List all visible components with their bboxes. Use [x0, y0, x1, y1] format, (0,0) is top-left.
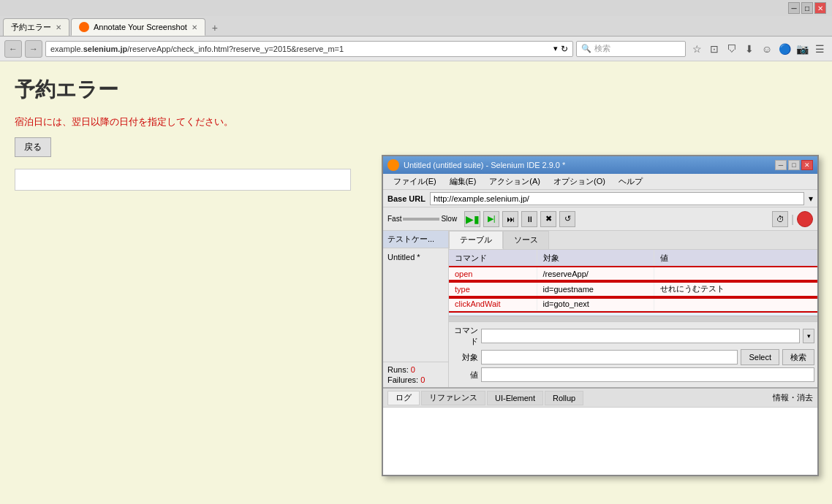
editor-command-dropdown[interactable]: ▾	[803, 329, 814, 343]
screenshot-icon[interactable]: 📷	[794, 41, 810, 57]
bookmark-icon[interactable]: ☆	[689, 41, 705, 57]
ide-stats: Runs: 0 Failures: 0	[383, 362, 448, 387]
base-url-dropdown-icon[interactable]: ▾	[809, 194, 813, 204]
table-row[interactable]: typeid=guestnameせれにうむテスト	[449, 281, 817, 297]
browser-toolbar-icons: ☆ ⊡ ⛉ ⬇ ☺ 🔵 📷 ☰	[689, 41, 828, 57]
failures-value: 0	[420, 375, 425, 384]
target-cell-1: id=guestname	[537, 281, 654, 297]
col-target: 対象	[537, 250, 654, 267]
command-table: コマンド 対象 値 open/reserveApp/typeid=guestna…	[449, 250, 817, 316]
editor-target-input[interactable]	[481, 350, 738, 364]
editor-target-row: 対象 Select 検索	[452, 349, 814, 365]
editor-value-input[interactable]	[481, 367, 814, 382]
ide-logo-icon	[387, 159, 399, 171]
ide-toolbar: Fast Slow ▶▮ ▶| ⏭ ⏸ ✖ ↺ ⏱ |	[383, 207, 817, 231]
forward-nav-btn[interactable]: →	[25, 40, 42, 58]
editor-command-label: コマンド	[452, 325, 478, 347]
browser-window: ─ □ ✕ 予約エラー ✕ Annotate Your Screenshot ✕…	[0, 0, 832, 504]
browser-title-bar: ─ □ ✕	[0, 0, 832, 16]
editor-value-label: 値	[452, 370, 478, 381]
ide-maximize-btn[interactable]: □	[788, 160, 800, 170]
tab-1-close[interactable]: ✕	[56, 23, 61, 31]
menu-options[interactable]: オプション(O)	[548, 175, 611, 188]
failures-stat: Failures: 0	[387, 375, 444, 384]
bottom-tab-actions[interactable]: 情報・消去	[773, 392, 813, 403]
run-all-btn[interactable]: ▶▮	[464, 211, 480, 227]
url-dropdown-icon[interactable]: ▾	[553, 44, 558, 53]
menu-edit[interactable]: 編集(E)	[444, 175, 483, 188]
back-nav-btn[interactable]: ←	[4, 40, 22, 58]
runs-label: Runs:	[387, 365, 409, 374]
speed-control: Fast Slow	[387, 215, 457, 223]
tab-2[interactable]: Annotate Your Screenshot ✕	[71, 18, 205, 36]
clock-icon[interactable]: ⏱	[772, 211, 788, 227]
bottom-tab-rollup[interactable]: Rollup	[545, 391, 583, 405]
cmd-table-element: コマンド 対象 値 open/reserveApp/typeid=guestna…	[449, 250, 817, 316]
table-scroll-area[interactable]	[449, 316, 817, 321]
url-refresh-icon[interactable]: ↻	[561, 44, 568, 54]
ide-title-bar: Untitled (untitled suite) - Selenium IDE…	[383, 156, 817, 174]
editor-command-input[interactable]	[481, 329, 800, 343]
tab-source[interactable]: ソース	[503, 231, 549, 249]
stop-btn[interactable]: ✖	[540, 211, 556, 227]
tab-table[interactable]: テーブル	[449, 231, 503, 249]
bottom-log-content	[383, 408, 817, 475]
address-bar: ← → example.selenium.jp/reserveApp/check…	[0, 37, 832, 61]
rec-btn[interactable]	[797, 211, 813, 227]
download-icon[interactable]: ⬇	[741, 41, 757, 57]
value-cell-1: せれにうむテスト	[654, 281, 817, 297]
command-editor: コマンド ▾ 対象 Select 検索 値	[449, 321, 817, 387]
search-icon: 🔍	[581, 44, 591, 53]
col-command: コマンド	[449, 250, 537, 267]
bottom-panel: ログ リファレンス UI-Element Rollup 情報・消去	[383, 387, 817, 475]
step-btn[interactable]: ⏭	[502, 211, 518, 227]
testcase-panel: テストケー... Untitled * Runs: 0 Failures: 0	[383, 231, 449, 387]
user-icon[interactable]: ☺	[759, 41, 775, 57]
close-btn[interactable]: ✕	[814, 2, 826, 14]
right-panel: テーブル ソース コマンド 対象 値	[449, 231, 817, 387]
run-btn[interactable]: ▶|	[483, 211, 499, 227]
pocket-icon[interactable]: 🔵	[776, 41, 793, 57]
select-button[interactable]: Select	[741, 349, 779, 365]
pause-btn[interactable]: ⏸	[521, 211, 537, 227]
base-url-input[interactable]	[430, 192, 804, 205]
menu-actions[interactable]: アクション(A)	[483, 175, 546, 188]
table-row[interactable]: open/reserveApp/	[449, 267, 817, 281]
speed-slider[interactable]	[403, 218, 439, 221]
value-cell-2	[654, 297, 817, 311]
tab-2-label: Annotate Your Screenshot	[94, 23, 187, 31]
bottom-tab-reference[interactable]: リファレンス	[421, 391, 485, 405]
back-button[interactable]: 戻る	[15, 137, 51, 157]
value-cell-0	[654, 267, 817, 281]
search-placeholder: 検索	[594, 43, 610, 54]
ide-title-label: Untitled (untitled suite) - Selenium IDE…	[404, 161, 565, 169]
home-icon[interactable]: ⊡	[706, 41, 722, 57]
ide-window-controls: ─ □ ✕	[775, 160, 813, 170]
tab-1[interactable]: 予約エラー ✕	[3, 18, 69, 36]
ide-minimize-btn[interactable]: ─	[775, 160, 787, 170]
main-area: 予約エラー 宿泊日には、翌日以降の日付を指定してください。 戻る Untitle…	[0, 61, 832, 504]
search-bar[interactable]: 🔍 検索	[576, 41, 686, 57]
menu-icon[interactable]: ☰	[812, 41, 828, 57]
ide-close-btn[interactable]: ✕	[801, 160, 813, 170]
ide-base-url-bar: Base URL ▾	[383, 190, 817, 207]
maximize-btn[interactable]: □	[801, 2, 813, 14]
tab-2-close[interactable]: ✕	[192, 23, 197, 31]
menu-help[interactable]: ヘルプ	[613, 175, 648, 188]
table-row[interactable]: clickAndWaitid=goto_next	[449, 297, 817, 311]
testcase-item-untitled[interactable]: Untitled *	[383, 248, 448, 266]
target-cell-0: /reserveApp/	[537, 267, 654, 281]
bottom-tab-ui-element[interactable]: UI-Element	[487, 391, 543, 405]
url-bar[interactable]: example.selenium.jp/reserveApp/check_inf…	[45, 41, 573, 57]
bottom-tab-log[interactable]: ログ	[387, 391, 420, 405]
search-button[interactable]: 検索	[782, 349, 814, 365]
cmd-cell-1: type	[449, 281, 537, 297]
shield-icon[interactable]: ⛉	[724, 41, 740, 57]
record-btn[interactable]: ↺	[559, 211, 575, 227]
runs-value: 0	[411, 365, 415, 374]
menu-file[interactable]: ファイル(E)	[387, 175, 442, 188]
new-tab-btn[interactable]: +	[207, 20, 223, 36]
minimize-btn[interactable]: ─	[788, 2, 800, 14]
text-input[interactable]	[15, 169, 351, 191]
ide-title-text: Untitled (untitled suite) - Selenium IDE…	[387, 159, 565, 171]
